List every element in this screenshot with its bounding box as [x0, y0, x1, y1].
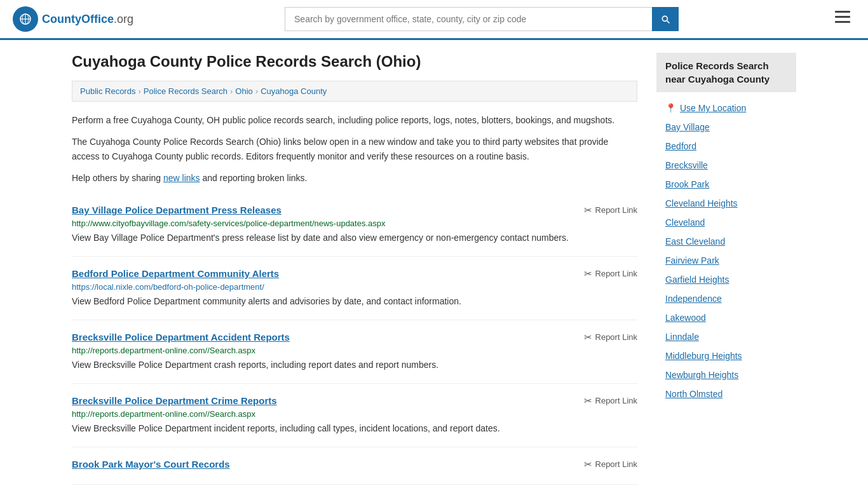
menu-button[interactable]: [830, 8, 855, 30]
result-item-5: Brook Park Mayor's Court Records ✂ Repor…: [72, 447, 637, 485]
breadcrumb-ohio[interactable]: Ohio: [235, 86, 252, 96]
result-url-4[interactable]: http://reports.department-online.com//Se…: [72, 409, 637, 419]
description-3: Help others by sharing new links and rep…: [72, 171, 637, 185]
svg-rect-5: [835, 11, 850, 13]
result-item-3: Brecksville Police Department Accident R…: [72, 320, 637, 384]
report-label-2: Report Link: [595, 269, 637, 278]
search-input[interactable]: [285, 7, 652, 31]
result-title-5[interactable]: Brook Park Mayor's Court Records: [72, 459, 230, 470]
breadcrumb-sep-1: ›: [138, 86, 140, 96]
result-title-4[interactable]: Brecksville Police Department Crime Repo…: [72, 395, 277, 406]
main-content: Cuyahoga County Police Records Search (O…: [72, 53, 637, 485]
description-1: Perform a free Cuyahoga County, OH publi…: [72, 113, 637, 127]
result-desc-1: View Bay Village Police Department's pre…: [72, 231, 637, 245]
result-item-1: Bay Village Police Department Press Rele…: [72, 193, 637, 257]
report-label-4: Report Link: [595, 396, 637, 405]
sidebar-item-fairview-park[interactable]: Fairview Park: [656, 251, 796, 270]
page-title: Cuyahoga County Police Records Search (O…: [72, 53, 637, 71]
report-link-4[interactable]: ✂ Report Link: [584, 395, 637, 407]
svg-rect-6: [835, 16, 850, 18]
breadcrumb-police-records-search[interactable]: Police Records Search: [144, 86, 227, 96]
report-link-5[interactable]: ✂ Report Link: [584, 459, 637, 470]
use-my-location-link[interactable]: Use My Location: [680, 103, 746, 113]
breadcrumb-sep-3: ›: [255, 86, 258, 96]
report-link-1[interactable]: ✂ Report Link: [584, 205, 637, 216]
sidebar-item-independence[interactable]: Independence: [656, 289, 796, 308]
sidebar-item-north-olmsted[interactable]: North Olmsted: [656, 384, 796, 403]
sidebar-item-brecksville[interactable]: Brecksville: [656, 156, 796, 175]
sidebar-item-lakewood[interactable]: Lakewood: [656, 308, 796, 327]
result-header-4: Brecksville Police Department Crime Repo…: [72, 395, 637, 407]
breadcrumb-public-records[interactable]: Public Records: [80, 86, 135, 96]
search-area: [285, 7, 679, 31]
new-links-link[interactable]: new links: [163, 173, 200, 183]
result-header-3: Brecksville Police Department Accident R…: [72, 332, 637, 343]
result-title-1[interactable]: Bay Village Police Department Press Rele…: [72, 205, 281, 215]
report-label-1: Report Link: [595, 205, 637, 215]
sidebar-item-cleveland[interactable]: Cleveland: [656, 213, 796, 232]
search-icon: [660, 14, 670, 24]
sidebar: Police Records Search near Cuyahoga Coun…: [656, 53, 796, 485]
sidebar-item-brook-park[interactable]: Brook Park: [656, 175, 796, 194]
description-2: The Cuyahoga County Police Records Searc…: [72, 135, 637, 163]
sidebar-item-bedford[interactable]: Bedford: [656, 137, 796, 156]
page-container: Cuyahoga County Police Records Search (O…: [53, 40, 815, 488]
hamburger-icon: [835, 11, 850, 24]
svg-rect-7: [835, 21, 850, 23]
report-icon-1: ✂: [584, 205, 592, 216]
result-header-2: Bedford Police Department Community Aler…: [72, 268, 637, 280]
search-button[interactable]: [652, 7, 679, 31]
desc3-suffix: and reporting broken links.: [200, 173, 308, 183]
result-header-5: Brook Park Mayor's Court Records ✂ Repor…: [72, 459, 637, 470]
logo-area: CountyOffice.org: [13, 6, 133, 32]
report-icon-4: ✂: [584, 395, 592, 407]
result-item-4: Brecksville Police Department Crime Repo…: [72, 384, 637, 447]
sidebar-item-bay-village[interactable]: Bay Village: [656, 118, 796, 137]
sidebar-item-east-cleveland[interactable]: East Cleveland: [656, 232, 796, 251]
sidebar-item-cleveland-heights[interactable]: Cleveland Heights: [656, 194, 796, 213]
sidebar-item-garfield-heights[interactable]: Garfield Heights: [656, 270, 796, 289]
result-url-3[interactable]: http://reports.department-online.com//Se…: [72, 346, 637, 355]
breadcrumb: Public Records › Police Records Search ›…: [72, 81, 637, 102]
breadcrumb-cuyahoga-county[interactable]: Cuyahoga County: [261, 86, 327, 96]
result-desc-4: View Brecksville Police Department incid…: [72, 422, 637, 435]
result-desc-2: View Bedford Police Department community…: [72, 295, 637, 308]
result-header-1: Bay Village Police Department Press Rele…: [72, 205, 637, 216]
breadcrumb-sep-2: ›: [230, 86, 233, 96]
report-label-5: Report Link: [595, 459, 637, 469]
header: CountyOffice.org: [0, 0, 868, 40]
result-title-3[interactable]: Brecksville Police Department Accident R…: [72, 332, 290, 342]
logo-suffix: .org: [114, 13, 133, 25]
result-title-2[interactable]: Bedford Police Department Community Aler…: [72, 268, 279, 279]
report-link-2[interactable]: ✂ Report Link: [584, 268, 637, 280]
report-label-3: Report Link: [595, 332, 637, 342]
result-url-1[interactable]: http://www.cityofbayvillage.com/safety-s…: [72, 219, 637, 228]
logo-icon: [13, 6, 38, 32]
result-url-2[interactable]: https://local.nixle.com/bedford-oh-polic…: [72, 282, 637, 292]
result-desc-3: View Brecksville Police Department crash…: [72, 358, 637, 372]
sidebar-item-newburgh-heights[interactable]: Newburgh Heights: [656, 365, 796, 384]
result-item-2: Bedford Police Department Community Aler…: [72, 257, 637, 320]
report-icon-3: ✂: [584, 332, 592, 343]
sidebar-item-middleburg-heights[interactable]: Middleburg Heights: [656, 346, 796, 365]
results-list: Bay Village Police Department Press Rele…: [72, 193, 637, 485]
desc3-prefix: Help others by sharing: [72, 173, 163, 183]
logo-name: CountyOffice: [42, 13, 114, 25]
sidebar-title: Police Records Search near Cuyahoga Coun…: [656, 53, 796, 92]
location-pin-icon: 📍: [665, 103, 676, 113]
use-my-location-item[interactable]: 📍 Use My Location: [656, 98, 796, 118]
logo-text: CountyOffice.org: [42, 13, 133, 26]
report-icon-5: ✂: [584, 459, 592, 470]
report-icon-2: ✂: [584, 268, 592, 280]
sidebar-item-linndale[interactable]: Linndale: [656, 327, 796, 346]
report-link-3[interactable]: ✂ Report Link: [584, 332, 637, 343]
